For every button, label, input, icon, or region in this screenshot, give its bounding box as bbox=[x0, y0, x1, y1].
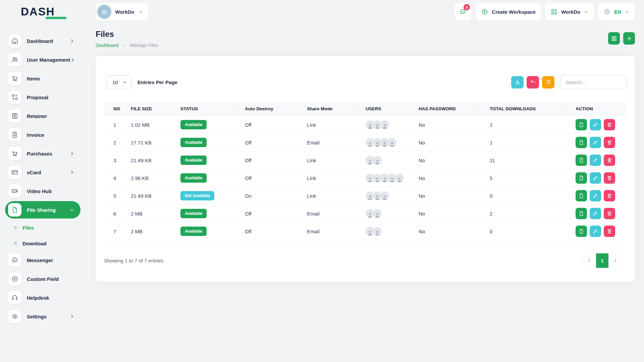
sidebar-item-user-management[interactable]: User Management bbox=[5, 51, 80, 68]
swap-grid-icon-chip bbox=[8, 90, 21, 104]
file-icon-chip bbox=[8, 203, 21, 217]
sidebar-item-messenger[interactable]: Messenger bbox=[5, 251, 80, 269]
logo[interactable]: DASH bbox=[0, 0, 86, 23]
view-file-button[interactable] bbox=[576, 190, 587, 201]
delete-file-button[interactable] bbox=[604, 119, 615, 130]
pencil-icon bbox=[592, 228, 598, 234]
person-icon bbox=[389, 176, 395, 182]
table-row: 2 17.71 KB Available Off Email No 1 bbox=[104, 134, 627, 152]
sidebar-item-helpdesk[interactable]: Helpdesk bbox=[5, 289, 80, 306]
user-avatar bbox=[373, 209, 382, 218]
sidebar-item-settings[interactable]: Settings bbox=[5, 308, 80, 325]
sidebar-item-retainer[interactable]: Retainer bbox=[5, 107, 80, 125]
edit-file-button[interactable] bbox=[590, 137, 601, 148]
gear-icon bbox=[11, 313, 18, 320]
sidebar-item-purchases[interactable]: Purchases bbox=[5, 145, 80, 162]
grid-view-button[interactable] bbox=[608, 32, 620, 45]
chevron-right-icon bbox=[613, 258, 618, 263]
sidebar-item-video-hub[interactable]: Video Hub bbox=[5, 182, 80, 200]
edit-file-button[interactable] bbox=[590, 208, 601, 219]
refresh-button[interactable] bbox=[542, 76, 554, 88]
floppy-icon-chip bbox=[8, 109, 21, 123]
view-file-button[interactable] bbox=[576, 155, 587, 166]
column-header-file-size[interactable]: FILE SIZE↑↓ bbox=[127, 102, 177, 116]
breadcrumb-current: Manage Files bbox=[130, 43, 158, 48]
users-avatars bbox=[366, 174, 412, 182]
delete-file-button[interactable] bbox=[604, 190, 615, 201]
chevron-down-icon bbox=[69, 207, 74, 213]
users-avatars bbox=[366, 227, 412, 236]
pagination-page-1[interactable]: 1 bbox=[596, 253, 608, 268]
status-badge: Available bbox=[180, 227, 207, 236]
breadcrumb-dashboard-link[interactable]: Dashboard bbox=[96, 43, 119, 48]
edit-file-button[interactable] bbox=[590, 172, 601, 184]
plus-circle-icon bbox=[11, 275, 18, 283]
sidebar-item-label: Messenger bbox=[27, 257, 53, 263]
cell-file-size: 21.49 KB bbox=[127, 187, 177, 205]
entries-per-page-select[interactable]: 10 bbox=[106, 75, 131, 89]
edit-file-button[interactable] bbox=[590, 190, 601, 201]
sidebar-item-items[interactable]: Items bbox=[5, 70, 80, 87]
bullet-icon bbox=[14, 241, 18, 246]
topbar: WorkDo 0 Create Workspace WorkDo EN bbox=[86, 0, 644, 23]
edit-file-button[interactable] bbox=[590, 226, 601, 237]
sidebar-item-proposal[interactable]: Proposal bbox=[5, 88, 80, 106]
sidebar-item-label: vCard bbox=[27, 170, 41, 175]
delete-file-button[interactable] bbox=[604, 208, 615, 219]
edit-file-button[interactable] bbox=[590, 155, 601, 166]
files-card: 10 Entries Per Page NO bbox=[96, 56, 635, 282]
search-input[interactable] bbox=[560, 75, 627, 89]
person-icon bbox=[382, 194, 388, 200]
globe-icon bbox=[603, 8, 611, 15]
sidebar-item-label: Helpdesk bbox=[27, 295, 49, 301]
sidebar-item-invoice[interactable]: Invoice bbox=[5, 126, 80, 143]
sidebar-subitem-files[interactable]: Files bbox=[5, 220, 80, 236]
language-selector[interactable]: EN bbox=[598, 3, 635, 20]
document-icon bbox=[11, 131, 18, 138]
view-file-button[interactable] bbox=[576, 226, 587, 237]
person-icon bbox=[374, 212, 380, 218]
sidebar-item-label: User Management bbox=[27, 57, 70, 63]
workspace-menu-button[interactable]: WorkDo bbox=[545, 3, 594, 20]
view-file-button[interactable] bbox=[576, 172, 587, 184]
user-avatar bbox=[388, 138, 396, 147]
view-file-button[interactable] bbox=[576, 137, 587, 148]
add-file-button[interactable] bbox=[623, 32, 635, 45]
swap-grid-icon bbox=[11, 94, 18, 101]
sidebar-item-label: Settings bbox=[27, 314, 47, 319]
main-content: Files Dashboard Manage Files 10 bbox=[86, 29, 644, 282]
page-actions bbox=[608, 32, 635, 45]
sort-icon: ↑↓ bbox=[294, 107, 300, 111]
cell-auto-destroy: On bbox=[241, 187, 304, 205]
delete-file-button[interactable] bbox=[604, 155, 615, 166]
trash-icon bbox=[606, 122, 612, 128]
sidebar-item-vcard[interactable]: vCard bbox=[5, 164, 80, 181]
sidebar-item-file-sharing[interactable]: File Sharing bbox=[5, 201, 80, 219]
messages-button[interactable]: 0 bbox=[454, 3, 472, 20]
delete-file-button[interactable] bbox=[604, 172, 615, 184]
users-avatars bbox=[366, 209, 412, 218]
sidebar-item-dashboard[interactable]: Dashboard bbox=[5, 32, 80, 50]
sidebar-item-label: Dashboard bbox=[27, 38, 53, 44]
view-file-button[interactable] bbox=[576, 119, 587, 130]
edit-file-button[interactable] bbox=[590, 119, 601, 130]
undo-button[interactable] bbox=[527, 76, 539, 88]
sidebar-subitem-download[interactable]: Download bbox=[5, 236, 80, 251]
view-file-button[interactable] bbox=[576, 208, 587, 219]
sidebar-item-custom-field[interactable]: Custom Field bbox=[5, 270, 80, 288]
column-header-no: NO bbox=[104, 102, 127, 116]
column-header-total-downloads[interactable]: TOTAL DOWNLOADS↑↓ bbox=[486, 102, 572, 116]
trash-icon bbox=[606, 175, 612, 181]
create-workspace-button[interactable]: Create Workspace bbox=[476, 3, 541, 20]
column-header-status[interactable]: STATUS↑↓ bbox=[177, 102, 241, 116]
pagination-prev-button[interactable] bbox=[582, 253, 596, 268]
column-header-share-mode[interactable]: Share Mode↑↓ bbox=[304, 102, 362, 116]
column-header-auto-destroy[interactable]: Auto Destroy↑↓ bbox=[241, 102, 304, 116]
delete-file-button[interactable] bbox=[604, 137, 615, 148]
delete-file-button[interactable] bbox=[604, 226, 615, 237]
pagination-next-button[interactable] bbox=[608, 253, 622, 268]
workspace-selector[interactable]: WorkDo bbox=[96, 3, 148, 20]
column-header-has-password[interactable]: HAS PASSWORD↑↓ bbox=[415, 102, 486, 116]
person-icon bbox=[374, 141, 380, 147]
export-button[interactable] bbox=[511, 76, 524, 88]
